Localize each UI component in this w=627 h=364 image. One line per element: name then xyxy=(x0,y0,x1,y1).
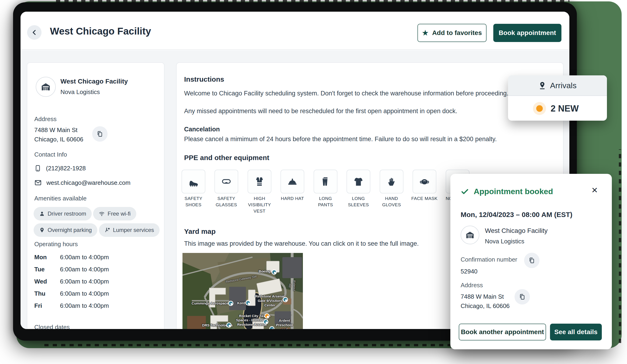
map-marker-redstone-arsenal-gate[interactable] xyxy=(283,297,288,302)
copy-confirmation-button[interactable] xyxy=(524,253,539,268)
see-all-details-button[interactable]: See all details xyxy=(550,324,602,340)
ppe-label-safety-shoes: SAFETY SHOES xyxy=(177,195,210,208)
yard-map-description: This image was provided by the warehouse… xyxy=(184,240,419,247)
modal-facility-company: Nova Logistics xyxy=(485,238,524,245)
operating-hours-label: Operating hours xyxy=(34,241,78,248)
yard-map-image[interactable]: Redstone Gateway SW Rideout Rd Boeing Cu… xyxy=(182,253,303,329)
contact-info-label: Contact Info xyxy=(34,151,67,158)
copy-modal-address-button[interactable] xyxy=(515,289,530,305)
safety-shoes-icon xyxy=(188,176,199,187)
address-line2: Chicago, IL 60606 xyxy=(34,135,83,144)
closed-dates-label: Closed dates xyxy=(34,324,70,329)
arrivals-title: Arrivals xyxy=(550,81,576,90)
arrivals-body[interactable]: 2 NEW xyxy=(508,96,607,121)
book-another-appointment-button[interactable]: Book another appointment xyxy=(459,324,546,340)
phone-icon xyxy=(34,165,41,172)
ppe-card-long-sleeves xyxy=(347,170,370,193)
facility-info-card: West Chicago Facility Nova Logistics Add… xyxy=(27,62,164,329)
add-to-favorites-button[interactable]: ★ Add to favorites xyxy=(418,24,486,42)
instructions-title: Instructions xyxy=(184,75,224,83)
person-icon xyxy=(39,211,45,216)
email-value: west.chicago@warehouse.com xyxy=(47,178,130,187)
email-row: west.chicago@warehouse.com xyxy=(34,178,130,187)
map-marker-boeing[interactable] xyxy=(272,269,277,275)
dash-strip-right xyxy=(619,149,621,343)
phone-row: (212)822-1928 xyxy=(34,163,86,173)
book-appointment-label: Book appointment xyxy=(499,29,556,37)
map-marker-drs-technologies[interactable] xyxy=(226,322,231,328)
ppe-card-high-visibility-vest xyxy=(248,170,271,193)
copy-address-button[interactable] xyxy=(92,126,107,142)
ppe-card-hand-gloves xyxy=(380,170,404,193)
map-marker-kord[interactable] xyxy=(246,300,251,306)
hours-row-wed: Wed6:00am to 4:00pm xyxy=(34,278,109,285)
new-indicator-dot xyxy=(536,105,543,112)
amenity-lumper-services: Lumper services xyxy=(99,223,159,237)
ppe-label-hand-gloves: HAND GLOVES xyxy=(375,195,408,208)
confirmation-number-value: 52940 xyxy=(461,267,477,276)
appointment-booked-modal: Appointment booked ✕ Mon, 12/04/2023 – 0… xyxy=(450,174,612,349)
long-pants-icon xyxy=(320,176,331,187)
copy-icon xyxy=(97,131,103,137)
dash-strip-top xyxy=(56,0,569,2)
hours-day: Thu xyxy=(34,290,60,297)
arrivals-popup: Arrivals 2 NEW xyxy=(508,75,607,121)
high-visibility-vest-icon xyxy=(254,176,265,187)
app-header: West Chicago Facility ★ Add to favorites… xyxy=(21,12,569,50)
add-to-favorites-label: Add to favorites xyxy=(432,29,482,37)
amenity-label: Lumper services xyxy=(113,227,154,233)
chevron-left-icon xyxy=(31,29,38,36)
hours-day: Mon xyxy=(34,254,60,261)
ppe-label-high-visibility-vest: HIGH VISIBILITY VEST xyxy=(243,195,276,214)
ppe-card-face-mask xyxy=(413,170,436,193)
pin-drop-icon xyxy=(538,81,546,89)
book-appointment-button[interactable]: Book appointment xyxy=(493,24,561,42)
map-marker-spaces-huntsville[interactable] xyxy=(263,319,268,324)
wifi-icon xyxy=(99,211,105,217)
hours-time: 6:00am to 4:00pm xyxy=(60,254,109,261)
amenity-free-wifi: Free wi-fi xyxy=(93,207,136,220)
warehouse-icon xyxy=(465,230,475,240)
modal-title-row: Appointment booked xyxy=(461,187,553,196)
hours-time: 6:00am to 4:00pm xyxy=(60,302,109,309)
confirmation-number-label: Confirmation number xyxy=(461,256,517,263)
cancelation-text: Please cancel a mimimum of 24 hours befo… xyxy=(184,136,497,143)
warehouse-icon xyxy=(40,81,51,92)
hours-time: 6:00am to 4:00pm xyxy=(60,278,109,285)
facility-name: West Chicago Facility xyxy=(60,78,128,85)
appointment-datetime: Mon, 12/04/2023 – 08:00 AM (EST) xyxy=(461,211,573,219)
face-mask-icon xyxy=(419,176,430,187)
check-icon xyxy=(461,187,469,196)
ppe-label-face-mask: FACE MASK xyxy=(408,195,441,202)
facility-avatar xyxy=(36,77,56,97)
map-marker-rocket-city-tavern[interactable] xyxy=(264,313,269,318)
arrivals-header[interactable]: Arrivals xyxy=(508,75,607,96)
hard-hat-icon xyxy=(287,176,298,187)
ppe-card-safety-glasses xyxy=(214,170,238,193)
ppe-label-long-sleeves: LONG SLEEVES xyxy=(342,195,375,208)
hours-day: Fri xyxy=(34,302,60,310)
safety-glasses-icon xyxy=(221,176,232,187)
hours-row-thu: Thu6:00am to 4:00pm xyxy=(34,290,109,297)
hours-day: Tue xyxy=(34,266,60,273)
ppe-card-hard-hat xyxy=(280,170,304,193)
book-another-label: Book another appointment xyxy=(461,328,544,336)
address-line1: 7488 W Main St xyxy=(34,125,77,135)
ppe-card-safety-shoes xyxy=(182,170,205,193)
cancelation-title: Cancelation xyxy=(184,126,220,133)
back-button[interactable] xyxy=(27,25,42,40)
address-label: Address xyxy=(34,115,56,123)
map-marker-cummings-aerospace[interactable] xyxy=(228,301,233,306)
satellite-terrain xyxy=(182,253,303,329)
lumper-icon xyxy=(104,227,110,233)
page-title: West Chicago Facility xyxy=(50,26,151,37)
ppe-label-safety-glasses: SAFETY GLASSES xyxy=(210,195,243,208)
hours-row-fri: Fri6:00am to 4:00pm xyxy=(34,302,109,310)
amenity-driver-restroom: Driver restroom xyxy=(34,207,92,220)
ppe-card-long-pants xyxy=(314,170,337,193)
instructions-paragraph-2: Any missed appointments will need to be … xyxy=(184,107,457,115)
copy-icon xyxy=(519,294,525,300)
close-icon[interactable]: ✕ xyxy=(591,186,598,195)
instructions-paragraph-1: Welcome to Chicago Facility scheduling s… xyxy=(184,90,509,97)
hours-time: 6:00am to 4:00pm xyxy=(60,266,109,273)
